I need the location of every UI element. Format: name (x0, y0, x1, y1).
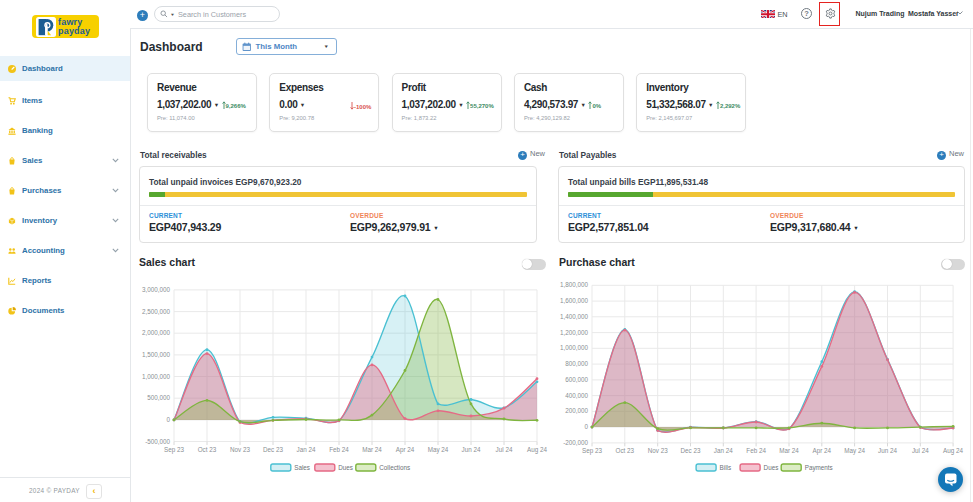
svg-text:1,800,000: 1,800,000 (560, 281, 589, 288)
svg-text:Aug 24: Aug 24 (527, 446, 547, 454)
svg-text:Apr 24: Apr 24 (396, 446, 415, 454)
svg-text:Jun 24: Jun 24 (878, 447, 897, 454)
svg-text:1,000,000: 1,000,000 (142, 373, 171, 380)
svg-text:1,600,000: 1,600,000 (560, 297, 589, 304)
svg-text:Dec 23: Dec 23 (681, 447, 701, 454)
svg-text:200,000: 200,000 (565, 407, 588, 414)
svg-text:-500,000: -500,000 (145, 438, 170, 445)
svg-text:500,000: 500,000 (147, 394, 170, 401)
svg-text:Jun 24: Jun 24 (462, 446, 481, 453)
svg-text:Dec 23: Dec 23 (263, 446, 283, 453)
svg-text:Sep 23: Sep 23 (582, 447, 602, 455)
svg-text:800,000: 800,000 (565, 360, 588, 367)
svg-text:Jul 24: Jul 24 (912, 447, 929, 454)
svg-text:3,000,000: 3,000,000 (142, 286, 171, 293)
svg-text:Payments: Payments (805, 464, 833, 472)
svg-text:400,000: 400,000 (565, 392, 588, 399)
svg-text:Sep 23: Sep 23 (164, 446, 184, 454)
svg-text:2,500,000: 2,500,000 (142, 308, 171, 315)
svg-text:Nov 23: Nov 23 (648, 447, 668, 454)
svg-text:0: 0 (584, 423, 588, 430)
svg-text:May 24: May 24 (428, 446, 449, 454)
svg-text:1,200,000: 1,200,000 (560, 329, 589, 336)
svg-text:Collections: Collections (379, 464, 410, 471)
svg-text:0: 0 (166, 416, 170, 423)
svg-text:Bills: Bills (720, 464, 732, 471)
svg-text:Oct 23: Oct 23 (616, 447, 635, 454)
svg-text:1,500,000: 1,500,000 (142, 351, 171, 358)
svg-text:Feb 24: Feb 24 (329, 446, 349, 453)
svg-text:Oct 23: Oct 23 (198, 446, 217, 453)
svg-text:Apr 24: Apr 24 (813, 447, 832, 455)
svg-text:1,400,000: 1,400,000 (560, 313, 589, 320)
svg-text:Mar 24: Mar 24 (779, 447, 799, 454)
svg-text:600,000: 600,000 (565, 376, 588, 383)
svg-text:May 24: May 24 (844, 447, 865, 455)
svg-text:Mar 24: Mar 24 (362, 446, 382, 453)
svg-text:-200,000: -200,000 (563, 439, 588, 446)
svg-text:2,000,000: 2,000,000 (142, 329, 171, 336)
svg-text:Feb 24: Feb 24 (746, 447, 766, 454)
svg-text:Jul 24: Jul 24 (496, 446, 513, 453)
svg-text:Aug 24: Aug 24 (943, 447, 963, 455)
svg-text:Dues: Dues (764, 464, 779, 471)
svg-text:Sales: Sales (294, 464, 310, 471)
svg-text:Dues: Dues (338, 464, 353, 471)
svg-text:Jan 24: Jan 24 (297, 446, 316, 453)
svg-text:Nov 23: Nov 23 (230, 446, 250, 453)
svg-text:Jan 24: Jan 24 (714, 447, 733, 454)
svg-text:1,000,000: 1,000,000 (560, 344, 589, 351)
